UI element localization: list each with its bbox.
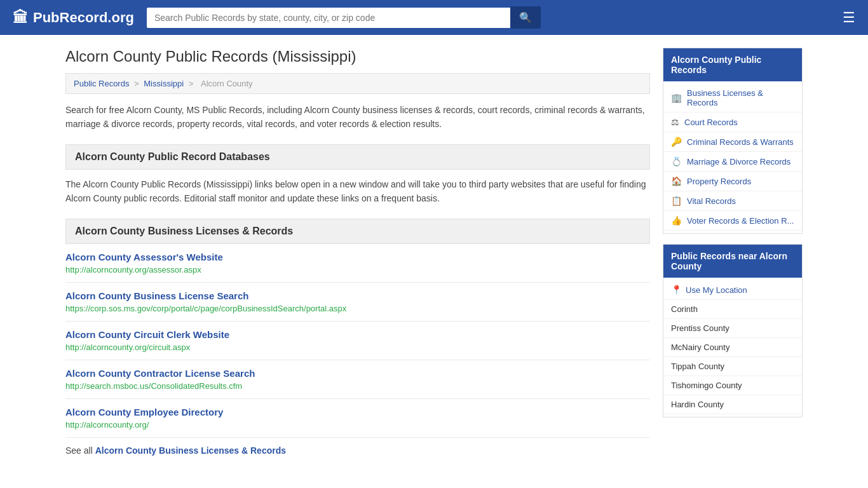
record-title[interactable]: Alcorn County Contractor License Search xyxy=(65,368,650,379)
record-url: http://alcorncounty.org/assessor.aspx xyxy=(65,265,201,274)
databases-description: The Alcorn County Public Records (Missis… xyxy=(65,177,650,206)
sidebar-link-label: Criminal Records & Warrants xyxy=(687,137,794,147)
nearby-item[interactable]: McNairy County xyxy=(663,338,802,357)
nearby-item[interactable]: Hardin County xyxy=(663,395,802,414)
nearby-item-label: Hardin County xyxy=(671,400,724,409)
menu-icon[interactable]: ☰ xyxy=(843,10,855,26)
nearby-item-label: Use My Location xyxy=(686,285,747,295)
record-item: Alcorn County Assessor's Website http://… xyxy=(65,244,650,283)
nearby-item-label: McNairy County xyxy=(671,342,729,352)
sidebar-link[interactable]: ⚖Court Records xyxy=(663,112,802,132)
page-title: Alcorn County Public Records (Mississipp… xyxy=(65,48,650,65)
records-list: Alcorn County Assessor's Website http://… xyxy=(65,244,650,438)
record-item: Alcorn County Circuit Clerk Website http… xyxy=(65,322,650,360)
breadcrumb-current: Alcorn County xyxy=(201,79,253,88)
content-wrapper: Alcorn County Public Records (Mississipp… xyxy=(53,35,815,476)
databases-section-header: Alcorn County Public Record Databases xyxy=(65,144,650,170)
sidebar-link-icon: ⚖ xyxy=(671,117,679,127)
record-url: http://alcorncounty.org/circuit.aspx xyxy=(65,342,190,352)
record-title[interactable]: Alcorn County Assessor's Website xyxy=(65,252,650,262)
sidebar-link-label: Vital Records xyxy=(687,196,736,206)
business-section-header: Alcorn County Business Licenses & Record… xyxy=(65,219,650,244)
record-url: http://search.msboc.us/ConsolidatedResul… xyxy=(65,381,242,391)
sidebar-link-label: Property Records xyxy=(687,177,751,186)
search-button[interactable]: 🔍 xyxy=(510,6,541,29)
sidebar: Alcorn County Public Records 🏢Business L… xyxy=(663,48,803,463)
sidebar-link-icon: 📋 xyxy=(671,196,682,206)
search-bar: 🔍 xyxy=(147,6,541,29)
sidebar-link[interactable]: 💍Marriage & Divorce Records xyxy=(663,152,802,172)
sidebar-link[interactable]: 👍Voter Records & Election R... xyxy=(663,211,802,231)
header: 🏛 PubRecord.org 🔍 ☰ xyxy=(0,0,868,35)
logo[interactable]: 🏛 PubRecord.org xyxy=(13,9,134,27)
logo-text: PubRecord.org xyxy=(33,10,134,26)
sidebar-link-label: Voter Records & Election R... xyxy=(687,216,794,226)
record-item: Alcorn County Contractor License Search … xyxy=(65,360,650,399)
nearby-item[interactable]: Prentiss County xyxy=(663,319,802,338)
intro-text: Search for free Alcorn County, MS Public… xyxy=(65,103,650,132)
sidebar-nearby-header: Public Records near Alcorn County xyxy=(663,245,802,278)
record-title[interactable]: Alcorn County Business License Search xyxy=(65,290,650,301)
nearby-item[interactable]: 📍Use My Location xyxy=(663,280,802,300)
nearby-item[interactable]: Tippah County xyxy=(663,357,802,376)
sidebar-link-icon: 🏢 xyxy=(671,93,682,103)
nearby-item[interactable]: Corinth xyxy=(663,300,802,319)
sidebar-link-icon: 🔑 xyxy=(671,137,682,147)
record-title[interactable]: Alcorn County Employee Directory xyxy=(65,407,650,417)
sidebar-link-icon: 🏠 xyxy=(671,176,682,186)
sidebar-link-icon: 👍 xyxy=(671,215,682,226)
sidebar-link[interactable]: 📋Vital Records xyxy=(663,191,802,211)
record-url: http://alcorncounty.org/ xyxy=(65,420,149,430)
sidebar-link[interactable]: 🔑Criminal Records & Warrants xyxy=(663,132,802,152)
logo-icon: 🏛 xyxy=(13,9,28,27)
sidebar-nearby-box: Public Records near Alcorn County 📍Use M… xyxy=(663,244,803,417)
see-all-link[interactable]: Alcorn County Business Licenses & Record… xyxy=(95,445,286,456)
nearby-list: 📍Use My LocationCorinthPrentiss CountyMc… xyxy=(663,278,802,417)
record-url: https://corp.sos.ms.gov/corp/portal/c/pa… xyxy=(65,304,346,313)
breadcrumb-public-records[interactable]: Public Records xyxy=(74,79,129,88)
sidebar-links: 🏢Business Licenses & Records⚖Court Recor… xyxy=(663,81,802,233)
sidebar-link-icon: 💍 xyxy=(671,156,682,166)
record-title[interactable]: Alcorn County Circuit Clerk Website xyxy=(65,329,650,340)
record-item: Alcorn County Business License Search ht… xyxy=(65,283,650,322)
location-icon: 📍 xyxy=(671,285,682,295)
sidebar-link[interactable]: 🏢Business Licenses & Records xyxy=(663,84,802,112)
nearby-item-label: Prentiss County xyxy=(671,323,729,333)
search-input[interactable] xyxy=(147,8,510,28)
see-all: See all Alcorn County Business Licenses … xyxy=(65,438,650,463)
sidebar-public-records-box: Alcorn County Public Records 🏢Business L… xyxy=(663,48,803,234)
sidebar-link-label: Court Records xyxy=(684,118,738,127)
record-item: Alcorn County Employee Directory http://… xyxy=(65,399,650,438)
nearby-item[interactable]: Tishomingo County xyxy=(663,376,802,395)
breadcrumb-mississippi[interactable]: Mississippi xyxy=(144,79,184,88)
nearby-item-label: Tippah County xyxy=(671,362,724,371)
sidebar-link[interactable]: 🏠Property Records xyxy=(663,172,802,191)
sidebar-link-label: Marriage & Divorce Records xyxy=(687,157,790,166)
nearby-item-label: Corinth xyxy=(671,304,698,314)
main-content: Alcorn County Public Records (Mississipp… xyxy=(65,48,650,463)
nearby-item-label: Tishomingo County xyxy=(671,381,742,390)
sidebar-public-records-header: Alcorn County Public Records xyxy=(663,48,802,81)
breadcrumb: Public Records > Mississippi > Alcorn Co… xyxy=(65,73,650,94)
sidebar-link-label: Business Licenses & Records xyxy=(687,88,794,107)
